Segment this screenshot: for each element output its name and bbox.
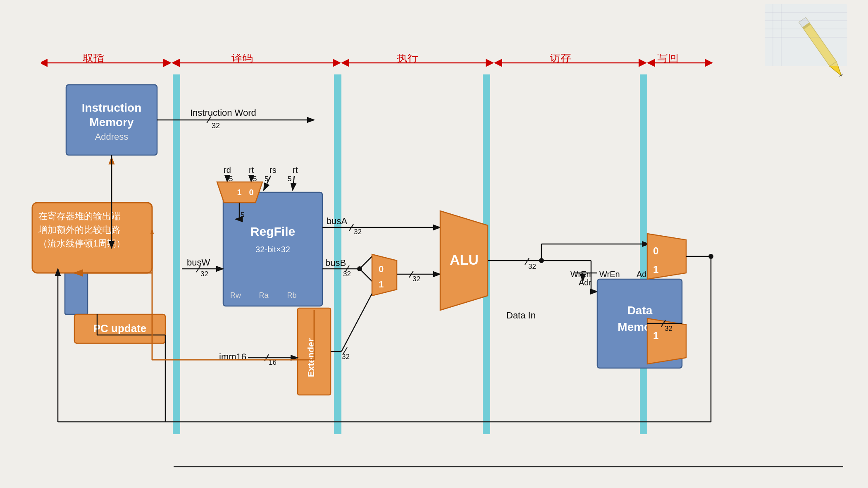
annotation-text-2: 增加额外的比较电路 <box>38 225 120 235</box>
svg-text:执行: 执行 <box>397 54 418 64</box>
regfile-label: RegFile <box>250 225 295 238</box>
mux-rt-1: 1 <box>653 264 658 275</box>
alu-label: ALU <box>450 252 479 268</box>
pipeline-stage-labels: 取指 译码 执行 访存 写回 <box>41 54 843 72</box>
data-mem-label1: Data <box>627 304 653 317</box>
ra-label: Ra <box>259 291 269 299</box>
svg-line-37 <box>293 176 294 190</box>
svg-text:译码: 译码 <box>231 54 253 64</box>
mux-rb-1: 1 <box>653 330 658 341</box>
data-in-label: Data In <box>506 310 536 321</box>
wren-label: WrEn <box>570 270 591 279</box>
svg-text:写回: 写回 <box>657 54 679 64</box>
mux-out-32bit: 32 <box>413 275 420 283</box>
iw-32-label: 32 <box>212 122 220 130</box>
dm-wren: WrEn <box>599 270 620 279</box>
rw-label: Rw <box>230 291 241 299</box>
busb-label: busB <box>325 258 346 268</box>
svg-text:取指: 取指 <box>83 54 104 64</box>
adr-label-dm: Adr <box>579 278 591 287</box>
mux-busb-1: 1 <box>379 279 384 289</box>
ext-32bit: 32 <box>342 353 350 361</box>
alu-out-32: 32 <box>528 263 536 270</box>
busa-32: 32 <box>354 228 362 236</box>
busw-label: busW <box>187 257 210 268</box>
rt-5bit2: 5 <box>288 175 291 183</box>
inst-mem-label1: Instruction <box>82 101 142 114</box>
rs-5bit: 5 <box>265 175 268 183</box>
regfile-sublabel: 32-bit×32 <box>255 245 290 254</box>
busw-32: 32 <box>200 270 208 278</box>
rd-signal-label: rd <box>224 165 231 175</box>
mux-out-5bit: 5 <box>241 211 244 219</box>
annotation-text-1: 在寄存器堆的输出端 <box>38 211 120 221</box>
rb-label: Rb <box>287 291 296 299</box>
svg-line-50 <box>341 294 372 352</box>
svg-line-44 <box>360 269 372 281</box>
inst-mem-address: Address <box>95 132 129 142</box>
mux-rt-0: 0 <box>653 245 658 256</box>
pipeline-bar-1 <box>173 74 180 434</box>
pc-update-label: PC update <box>93 322 147 335</box>
inst-word-label: Instruction Word <box>190 108 256 118</box>
busb-32: 32 <box>343 270 351 278</box>
mux-busb <box>372 254 397 296</box>
inst-mem-label2: Memory <box>89 116 134 129</box>
rt-top-signal-label: rt <box>249 165 254 175</box>
circuit-diagram: Instruction Memory Address PC update 在寄存… <box>25 70 843 476</box>
rs-signal-label: rs <box>269 165 277 175</box>
svg-text:访存: 访存 <box>550 54 571 64</box>
svg-line-45 <box>360 256 372 269</box>
dm-out-32: 32 <box>665 325 672 333</box>
busa-label: busA <box>327 216 347 226</box>
rt-signal-label: rt <box>293 165 298 175</box>
pipeline-bar-4 <box>640 74 647 434</box>
mux-rd-rt-1: 1 <box>237 188 241 197</box>
mux-rd-rt-0: 0 <box>249 188 253 197</box>
annotation-text-3: （流水线停顿1周期） <box>38 238 125 249</box>
mux-busb-0: 0 <box>379 264 384 274</box>
pipeline-bar-2 <box>334 74 341 434</box>
